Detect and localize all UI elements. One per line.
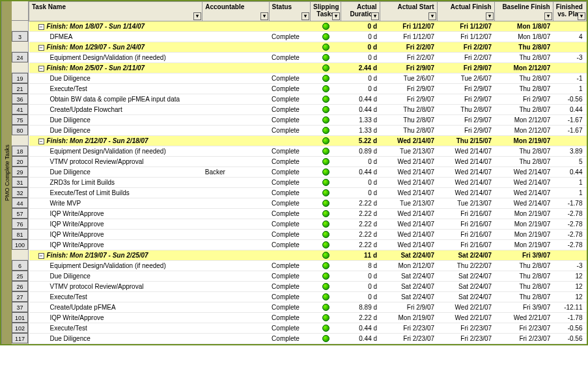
col-status[interactable]: Status▾ xyxy=(269,2,310,21)
task-row[interactable]: DFMEAComplete0 dFri 1/12/07Fri 1/12/07Mo… xyxy=(29,32,587,42)
col-variance[interactable]: Finished vs. Plan▾ xyxy=(553,2,586,21)
task-row[interactable]: Equipment Design/Validation (if needed)C… xyxy=(29,261,587,271)
filter-icon[interactable]: ▾ xyxy=(371,12,379,20)
col-task[interactable]: Task Name▾ xyxy=(29,2,203,21)
col-finish[interactable]: Actual Finish▾ xyxy=(437,2,494,21)
row-number[interactable]: 3 xyxy=(12,31,28,42)
col-baseline[interactable]: Baseline Finish▾ xyxy=(494,2,553,21)
task-row[interactable]: Execute/TestComplete0.44 dFri 2/23/07Fri… xyxy=(29,323,587,334)
row-number[interactable]: 57 xyxy=(12,208,28,219)
row-number[interactable]: 29 xyxy=(12,167,28,177)
row-number[interactable] xyxy=(12,250,28,260)
task-row[interactable]: Due DiligenceComplete1.33 dThu 2/8/07Fri… xyxy=(29,115,587,126)
collapse-icon[interactable]: − xyxy=(38,45,44,51)
group-row[interactable]: −Finish: Mon 2/19/07 - Sun 2/25/0711 dSa… xyxy=(29,250,587,261)
collapse-icon[interactable]: − xyxy=(38,66,44,72)
task-row[interactable]: ZRD3s for Limit BuildsComplete0 dWed 2/1… xyxy=(29,178,587,188)
cell-status: Complete xyxy=(269,282,310,292)
row-number[interactable]: 100 xyxy=(12,239,28,250)
task-row[interactable]: Equipment Design/Validation (if needed)C… xyxy=(29,146,587,157)
task-row[interactable]: Create/Update FlowchartComplete0.44 dThu… xyxy=(29,105,587,115)
col-slipping[interactable]: Slipping Tasks▾ xyxy=(311,2,341,21)
cell-duration: 5.22 d xyxy=(341,136,380,146)
row-number[interactable]: 6 xyxy=(12,260,28,271)
task-row[interactable]: IQP Write/ApproveComplete2.22 dWed 2/14/… xyxy=(29,209,587,219)
filter-icon[interactable]: ▾ xyxy=(193,12,201,20)
row-number[interactable]: 20 xyxy=(12,156,28,167)
row-number[interactable]: 117 xyxy=(12,333,28,343)
row-number[interactable]: 25 xyxy=(12,271,28,281)
filter-icon[interactable]: ▾ xyxy=(332,12,340,20)
row-number[interactable]: 102 xyxy=(12,323,28,333)
task-row[interactable]: VTMV protocol Review/ApprovalComplete0 d… xyxy=(29,157,587,167)
task-row[interactable]: IQP Write/ApproveComplete2.22 dWed 2/14/… xyxy=(29,240,587,250)
cell-finish: Tue 2/6/07 xyxy=(437,73,494,84)
row-number[interactable]: 76 xyxy=(12,219,28,229)
task-row[interactable]: IQP Write/ApproveComplete2.22 dMon 2/19/… xyxy=(29,313,587,323)
col-start[interactable]: Actual Start▾ xyxy=(380,2,437,21)
task-row[interactable]: Obtain BW data & compile pFMEA input dat… xyxy=(29,94,587,105)
col-duration[interactable]: Actual Duration▾ xyxy=(341,2,380,21)
group-row[interactable]: −Finish: Mon 2/12/07 - Sun 2/18/075.22 d… xyxy=(29,136,587,146)
filter-icon[interactable]: ▾ xyxy=(260,12,268,20)
row-number[interactable] xyxy=(12,42,28,52)
row-number[interactable]: 44 xyxy=(12,198,28,208)
row-number[interactable] xyxy=(12,62,28,73)
filter-icon[interactable]: ▾ xyxy=(486,12,494,20)
group-row[interactable]: −Finish: Mon 2/5/07 - Sun 2/11/072.44 dF… xyxy=(29,63,587,73)
filter-icon[interactable]: ▾ xyxy=(578,12,585,20)
cell-status: Complete xyxy=(269,157,310,167)
task-row[interactable]: Write MVPComplete2.22 dTue 2/13/07Tue 2/… xyxy=(29,198,587,209)
task-row[interactable]: VTMV protocol Review/ApprovalComplete0 d… xyxy=(29,282,587,292)
row-number[interactable]: 36 xyxy=(12,94,28,104)
row-number[interactable]: 32 xyxy=(12,187,28,198)
cell-variance: 1 xyxy=(553,84,586,94)
collapse-icon[interactable]: − xyxy=(38,139,44,144)
filter-icon[interactable]: ▾ xyxy=(544,12,552,20)
cell-status: Complete xyxy=(269,302,310,313)
task-row[interactable]: Due DiligenceBackerComplete0.44 dWed 2/1… xyxy=(29,167,587,178)
group-row[interactable]: −Finish: Mon 1/29/07 - Sun 2/4/070 dFri … xyxy=(29,42,587,53)
cell-variance: -3 xyxy=(553,261,586,271)
row-number[interactable]: 21 xyxy=(12,83,28,94)
row-number[interactable]: 26 xyxy=(12,281,28,291)
row-number[interactable]: 18 xyxy=(12,146,28,156)
collapse-icon[interactable]: − xyxy=(38,253,44,259)
row-number[interactable]: 37 xyxy=(12,302,28,312)
filter-icon[interactable]: ▾ xyxy=(428,12,436,20)
task-row[interactable]: Due DiligenceComplete0.44 dFri 2/23/07Fr… xyxy=(29,334,587,344)
task-row[interactable]: Due DiligenceComplete1.33 dThu 2/8/07Fri… xyxy=(29,126,587,136)
row-number[interactable] xyxy=(12,135,28,146)
task-row[interactable]: Execute/TestComplete0 dFri 2/9/07Fri 2/9… xyxy=(29,84,587,94)
row-number[interactable]: 24 xyxy=(12,52,28,62)
task-row[interactable]: Create/Update pFMEAComplete8.89 dFri 2/9… xyxy=(29,302,587,313)
cell-status: Complete xyxy=(269,292,310,302)
row-number[interactable]: 101 xyxy=(12,312,28,323)
task-row[interactable]: IQP Write/ApproveComplete2.22 dWed 2/14/… xyxy=(29,230,587,240)
task-row[interactable]: Equipment Design/Validation (if needed)C… xyxy=(29,53,587,63)
group-row[interactable]: −Finish: Mon 1/8/07 - Sun 1/14/070 dFri … xyxy=(29,21,587,32)
row-number[interactable]: 81 xyxy=(12,229,28,239)
cell-duration: 0.89 d xyxy=(341,146,380,157)
row-number[interactable] xyxy=(12,21,28,31)
row-number[interactable]: 27 xyxy=(12,291,28,302)
sidebar-tab[interactable]: PMO Complete Tasks xyxy=(1,1,12,344)
row-number[interactable]: 75 xyxy=(12,114,28,125)
task-row[interactable]: Due DiligenceComplete0 dTue 2/6/07Tue 2/… xyxy=(29,73,587,84)
col-accountable[interactable]: Accountable▾ xyxy=(203,2,269,21)
cell-variance xyxy=(553,136,586,146)
row-number[interactable]: 19 xyxy=(12,73,28,83)
cell-status: Complete xyxy=(269,271,310,282)
filter-icon[interactable]: ▾ xyxy=(301,12,309,20)
row-number[interactable]: 31 xyxy=(12,177,28,187)
task-row[interactable]: Due DiligenceComplete0 dSat 2/24/07Sat 2… xyxy=(29,271,587,282)
task-row[interactable]: Execute/Test of Limit BuildsComplete0 dW… xyxy=(29,188,587,198)
cell-finish: Sat 2/24/07 xyxy=(437,292,494,302)
task-row[interactable]: IQP Write/ApproveComplete2.22 dWed 2/14/… xyxy=(29,219,587,230)
cell-finish: Fri 2/2/07 xyxy=(437,42,494,53)
row-number[interactable]: 41 xyxy=(12,104,28,114)
task-row[interactable]: Execute/TestComplete0 dSat 2/24/07Sat 2/… xyxy=(29,292,587,302)
row-number[interactable]: 80 xyxy=(12,125,28,135)
collapse-icon[interactable]: − xyxy=(38,24,44,30)
cell-status xyxy=(269,21,310,32)
